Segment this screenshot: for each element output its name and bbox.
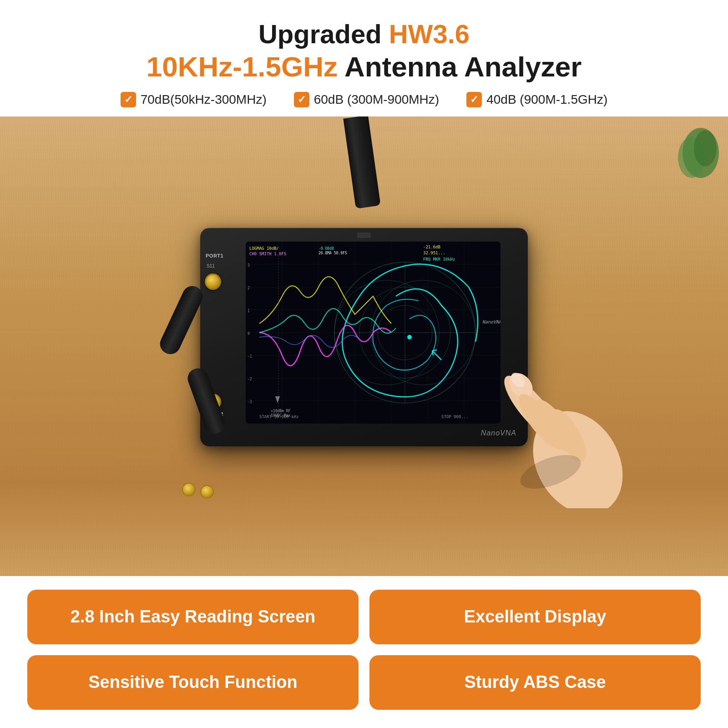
usb-port <box>357 233 371 238</box>
device-container: LOGMAG 10dB/ CH0 SMITH 1.0FS -0.00dB 26.… <box>177 228 551 483</box>
svg-text:1: 1 <box>248 309 250 313</box>
spec-label-1: 70dB(50kHz-300MHz) <box>141 92 267 107</box>
svg-point-21 <box>407 335 412 339</box>
image-section: LOGMAG 10dB/ CH0 SMITH 1.0FS -0.00dB 26.… <box>0 116 728 576</box>
svg-text:LOGMAG 10dB/: LOGMAG 10dB/ <box>249 246 279 251</box>
title-suffix: Antenna Analyzer <box>338 51 581 82</box>
svg-point-53 <box>694 130 717 167</box>
spec-label-3: 40dB (900M-1.5GHz) <box>486 92 607 107</box>
spec-item-1: ✓ 70dB(50kHz-300MHz) <box>121 92 267 107</box>
connector-end-2 <box>200 485 214 499</box>
svg-text:+10dBm RF: +10dBm RF <box>271 409 291 413</box>
feature-badge-3: Sensitive Touch Function <box>27 655 359 710</box>
title-prefix: Upgraded <box>258 19 389 49</box>
connector-end-1 <box>182 483 196 496</box>
svg-text:-2: -2 <box>248 377 252 381</box>
svg-text:NanoVNA: NanoVNA <box>482 319 500 324</box>
svg-text:3: 3 <box>248 263 250 268</box>
header-section: Upgraded HW3.6 10KHz-1.5GHz Antenna Anal… <box>0 0 728 116</box>
feature-text-3: Sensitive Touch Function <box>88 672 298 693</box>
feature-text-4: Sturdy ABS Case <box>464 672 606 693</box>
features-section: 2.8 Inch Easy Reading Screen Excellent D… <box>0 576 728 728</box>
svg-text:CH0 SMITH 1.0FS: CH0 SMITH 1.0FS <box>249 252 286 256</box>
spec-label-2: 60dB (300M-900MHz) <box>314 92 439 107</box>
feature-badge-2: Excellent Display <box>369 590 701 644</box>
spec-item-3: ✓ 40dB (900M-1.5GHz) <box>466 92 607 107</box>
s11-label: S11 <box>207 263 215 268</box>
svg-text:-21.6dB: -21.6dB <box>423 245 440 249</box>
connector-port1 <box>205 273 221 290</box>
hand-overlay <box>450 335 623 510</box>
svg-text:0: 0 <box>248 332 250 336</box>
svg-text:26.8MA 50.9FS: 26.8MA 50.9FS <box>318 251 347 255</box>
page-wrapper: Upgraded HW3.6 10KHz-1.5GHz Antenna Anal… <box>0 0 728 728</box>
port1-label: PORT1 <box>206 253 223 258</box>
svg-text:-3: -3 <box>248 400 252 404</box>
title-line2: 10KHz-1.5GHz Antenna Analyzer <box>36 50 692 84</box>
svg-text:FRQ MKR 10kHz: FRQ MKR 10kHz <box>423 257 455 262</box>
feature-badge-4: Sturdy ABS Case <box>369 655 701 710</box>
spec-item-2: ✓ 60dB (300M-900MHz) <box>294 92 439 107</box>
checkbox-icon-1: ✓ <box>121 92 136 107</box>
feature-badge-1: 2.8 Inch Easy Reading Screen <box>27 590 359 644</box>
svg-text:32.951...: 32.951... <box>423 251 445 255</box>
svg-text:-0.00dB: -0.00dB <box>318 247 334 251</box>
svg-text:-1: -1 <box>248 354 252 359</box>
checkbox-icon-2: ✓ <box>294 92 309 107</box>
title-freq: 10KHz-1.5GHz <box>147 51 338 82</box>
checkbox-icon-3: ✓ <box>466 92 482 107</box>
feature-text-2: Excellent Display <box>464 607 607 627</box>
svg-text:10VDC Max: 10VDC Max <box>271 414 291 418</box>
feature-text-1: 2.8 Inch Easy Reading Screen <box>71 607 316 627</box>
svg-text:2: 2 <box>248 286 250 290</box>
specs-row: ✓ 70dB(50kHz-300MHz) ✓ 60dB (300M-900MHz… <box>36 92 692 107</box>
title-hw: HW3.6 <box>389 19 470 49</box>
title-line1: Upgraded HW3.6 <box>36 18 692 50</box>
plant-decoration <box>673 126 719 182</box>
